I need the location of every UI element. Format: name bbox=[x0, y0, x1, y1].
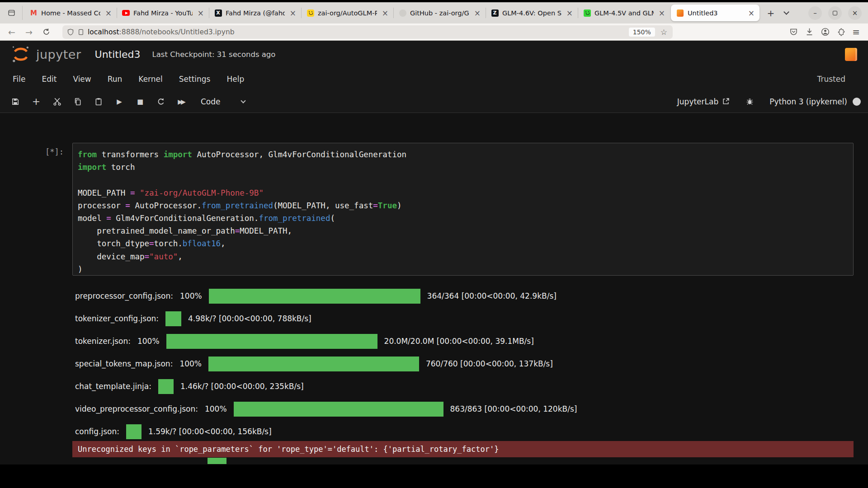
menu-icon[interactable]: ≡ bbox=[852, 27, 860, 38]
tab-close-icon[interactable]: × bbox=[196, 9, 205, 18]
warning-message: Unrecognized keys in `rope_parameters` f… bbox=[72, 441, 854, 457]
browser-navbar: ← → localhost:8888/notebooks/Untitled3.i… bbox=[0, 23, 868, 41]
save-button[interactable] bbox=[7, 94, 24, 110]
scissors-icon bbox=[53, 97, 61, 106]
tab-youtube[interactable]: Fahd Mirza - YouTube × bbox=[117, 2, 209, 23]
jupyter-notebook-icon bbox=[845, 48, 857, 61]
progress-stats: 760/760 [00:00<00:00, 137kB/s] bbox=[426, 359, 553, 368]
screen: M Home - Massed Comp × Fahd Mirza - YouT… bbox=[0, 0, 868, 488]
notebook-title[interactable]: Untitled3 bbox=[95, 49, 141, 60]
kernel-status-icon bbox=[853, 98, 861, 106]
tab-close-icon[interactable]: × bbox=[473, 9, 482, 18]
chevron-down-icon bbox=[783, 9, 789, 15]
tab-untitled3-active[interactable]: Untitled3 × bbox=[671, 5, 760, 21]
trusted-badge[interactable]: Trusted bbox=[817, 75, 845, 84]
zoom-level-badge[interactable]: 150% bbox=[629, 28, 655, 37]
tab-close-icon[interactable]: × bbox=[657, 9, 666, 18]
debugger-button[interactable] bbox=[741, 94, 758, 110]
open-jupyterlab-link[interactable]: JupyterLab bbox=[677, 97, 730, 106]
pocket-icon[interactable] bbox=[789, 28, 798, 36]
menu-file[interactable]: File bbox=[13, 75, 25, 84]
smiley-icon bbox=[584, 9, 591, 17]
tab-title: Untitled3 bbox=[688, 9, 743, 17]
tab-huggingface[interactable]: zai-org/AutoGLM-Pho × bbox=[301, 2, 393, 23]
tab-glm45v[interactable]: GLM-4.5V and GLM-4 × bbox=[578, 2, 670, 23]
progress-bar bbox=[208, 357, 419, 371]
tab-gmail[interactable]: M Home - Massed Comp × bbox=[24, 2, 117, 23]
stop-kernel-button[interactable]: ■ bbox=[132, 94, 148, 110]
screen-bottom-letterbox bbox=[0, 465, 868, 487]
menu-edit[interactable]: Edit bbox=[42, 75, 57, 84]
tab-github[interactable]: GitHub - zai-org/GLM × bbox=[393, 2, 486, 23]
tab-glm46v[interactable]: Z GLM-4.6V: Open Sou × bbox=[486, 2, 578, 23]
tab-close-icon[interactable]: × bbox=[747, 9, 756, 18]
code-editor[interactable]: from transformers import AutoProcessor, … bbox=[78, 148, 853, 276]
account-icon[interactable] bbox=[821, 28, 830, 36]
firefox-view-button[interactable] bbox=[5, 6, 23, 20]
window-close-button[interactable]: × bbox=[848, 6, 862, 20]
kernel-selector[interactable]: Python 3 (ipykernel) bbox=[769, 97, 861, 106]
browser-tab-strip: M Home - Massed Comp × Fahd Mirza - YouT… bbox=[0, 2, 868, 23]
cell-type-dropdown[interactable]: Code bbox=[201, 97, 245, 106]
window-minimize-button[interactable]: – bbox=[808, 6, 822, 20]
menu-help[interactable]: Help bbox=[226, 75, 244, 84]
save-icon bbox=[11, 98, 19, 106]
new-tab-button[interactable]: + bbox=[763, 2, 778, 23]
restart-kernel-button[interactable] bbox=[153, 94, 169, 110]
progress-stats: 1.46k/? [00:00<00:00, 235kB/s] bbox=[180, 382, 304, 391]
tab-title: GLM-4.5V and GLM-4 bbox=[594, 9, 654, 17]
progress-percent: 100% bbox=[180, 291, 202, 300]
cut-cell-button[interactable] bbox=[49, 94, 65, 110]
progress-stats: 863/863 [00:00<00:00, 120kB/s] bbox=[450, 404, 577, 413]
restart-run-all-button[interactable]: ▶▶ bbox=[174, 94, 190, 110]
tab-close-icon[interactable]: × bbox=[565, 9, 574, 18]
tab-close-icon[interactable]: × bbox=[288, 9, 297, 18]
progress-label: special_tokens_map.json: bbox=[75, 359, 173, 368]
jupyter-toolbar: + ▶ ■ ▶▶ Code JupyterLab bbox=[0, 90, 868, 113]
add-cell-button[interactable]: + bbox=[28, 94, 44, 110]
tab-title: Fahd Mirza (@fahdm bbox=[226, 9, 285, 17]
bookmark-star-icon[interactable]: ☆ bbox=[659, 28, 669, 37]
reload-button[interactable] bbox=[39, 25, 53, 39]
partial-progress-bar bbox=[208, 458, 226, 464]
shield-icon bbox=[67, 28, 74, 36]
youtube-icon bbox=[122, 10, 130, 16]
menu-run[interactable]: Run bbox=[108, 75, 123, 84]
progress-label: preprocessor_config.json: bbox=[75, 291, 173, 300]
progress-row: special_tokens_map.json: 100% 760/760 [0… bbox=[72, 352, 854, 375]
tab-close-icon[interactable]: × bbox=[104, 9, 113, 18]
progress-bar bbox=[158, 379, 174, 394]
jupyter-logo-icon[interactable] bbox=[11, 44, 31, 64]
progress-percent: 100% bbox=[179, 359, 202, 368]
notebook-area: [*]: from transformers import AutoProces… bbox=[0, 113, 868, 465]
restart-icon bbox=[157, 98, 165, 106]
reload-icon bbox=[42, 28, 50, 36]
menu-kernel[interactable]: Kernel bbox=[138, 75, 162, 84]
downloads-icon[interactable] bbox=[805, 28, 814, 36]
menu-settings[interactable]: Settings bbox=[179, 75, 211, 84]
url-bar[interactable]: localhost:8888/notebooks/Untitled3.ipynb… bbox=[62, 25, 673, 39]
progress-bar bbox=[165, 311, 181, 326]
progress-label: video_preprocessor_config.json: bbox=[75, 404, 198, 413]
copy-cell-button[interactable] bbox=[70, 94, 86, 110]
jupyter-logo-text[interactable]: jupyter bbox=[36, 47, 81, 61]
back-button[interactable]: ← bbox=[5, 25, 19, 39]
navbar-right-icons: ≡ bbox=[789, 27, 863, 38]
tab-close-icon[interactable]: × bbox=[381, 9, 390, 18]
run-cell-button[interactable]: ▶ bbox=[111, 94, 127, 110]
extensions-icon[interactable] bbox=[837, 28, 845, 36]
page-info-icon[interactable] bbox=[78, 28, 84, 36]
jupyter-app: jupyter Untitled3 Last Checkpoint: 31 se… bbox=[0, 41, 868, 465]
progress-bar bbox=[126, 424, 142, 439]
cell-type-value: Code bbox=[201, 97, 221, 106]
tab-list-dropdown-button[interactable] bbox=[778, 2, 794, 23]
forward-button[interactable]: → bbox=[22, 25, 36, 39]
menu-view[interactable]: View bbox=[73, 75, 91, 84]
window-controls: – × bbox=[808, 2, 868, 23]
code-cell[interactable]: from transformers import AutoProcessor, … bbox=[72, 143, 854, 276]
paste-cell-button[interactable] bbox=[90, 94, 107, 110]
copy-icon bbox=[74, 98, 82, 106]
tab-x-profile[interactable]: X Fahd Mirza (@fahdm × bbox=[209, 2, 301, 23]
progress-row: preprocessor_config.json: 100% 364/364 [… bbox=[72, 285, 854, 307]
window-restore-button[interactable] bbox=[828, 6, 842, 20]
